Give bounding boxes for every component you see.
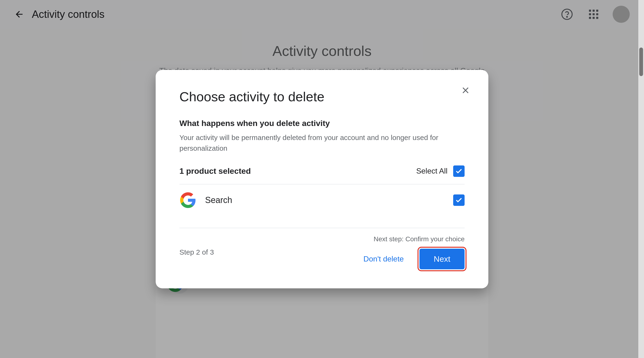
products-selected-label: 1 product selected: [180, 166, 251, 176]
product-name-search: Search: [205, 195, 453, 205]
select-all-checkbox[interactable]: [453, 166, 464, 177]
next-step-text: Next step: Confirm your choice: [374, 235, 464, 243]
modal-backdrop: Choose activity to delete What happens w…: [0, 0, 644, 358]
search-checkbox[interactable]: [453, 194, 464, 206]
modal-title: Choose activity to delete: [180, 89, 464, 104]
dont-delete-button[interactable]: Don't delete: [356, 250, 411, 268]
scrollbar[interactable]: [638, 0, 644, 358]
scrollbar-thumb[interactable]: [639, 48, 643, 76]
modal-section-title: What happens when you delete activity: [180, 118, 464, 128]
select-all-label: Select All: [416, 167, 448, 176]
modal-dialog: Choose activity to delete What happens w…: [156, 70, 488, 288]
step-label: Step 2 of 3: [180, 248, 214, 256]
modal-close-button[interactable]: [457, 82, 474, 99]
footer-buttons: Don't delete Next: [356, 249, 464, 269]
product-row-search: Search: [180, 184, 464, 216]
modal-footer: Step 2 of 3 Next step: Confirm your choi…: [180, 228, 464, 269]
modal-section-desc: Your activity will be permanently delete…: [180, 132, 464, 154]
products-selected-row: 1 product selected Select All: [180, 166, 464, 177]
select-all-row: Select All: [416, 166, 464, 177]
next-button[interactable]: Next: [420, 249, 464, 269]
footer-right: Next step: Confirm your choice Don't del…: [356, 235, 464, 269]
